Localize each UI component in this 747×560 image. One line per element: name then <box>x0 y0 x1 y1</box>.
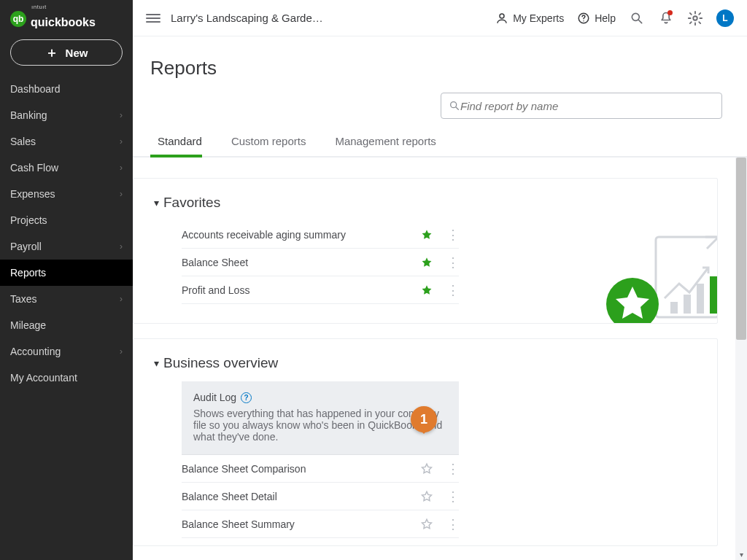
sidebar-item-label: Sales <box>10 136 36 147</box>
help-link[interactable]: Help <box>577 12 616 25</box>
topbar: Larry's Landscaping & Garde… My Experts … <box>133 0 747 36</box>
chevron-right-icon: › <box>120 110 123 120</box>
audit-log-title[interactable]: Audit Log <box>193 392 236 403</box>
logo: qb ıntuıt quickbooks <box>0 7 133 39</box>
favorite-star-icon[interactable] <box>420 284 433 297</box>
search-icon <box>449 100 460 112</box>
sidebar: qb ıntuıt quickbooks ＋ New DashboardBank… <box>0 0 133 560</box>
chevron-right-icon: › <box>120 136 123 147</box>
sidebar-item-label: Projects <box>10 214 47 226</box>
report-link[interactable]: Balance Sheet Comparison <box>182 463 420 475</box>
help-label: Help <box>595 12 616 24</box>
sidebar-item-payroll[interactable]: Payroll› <box>0 233 133 260</box>
favorites-card: ▾ Favorites Accounts receivable aging su… <box>133 178 718 324</box>
row-menu-icon[interactable]: ⋮ <box>446 288 459 292</box>
help-icon <box>577 12 590 25</box>
tab-custom-reports[interactable]: Custom reports <box>224 128 328 156</box>
sidebar-item-reports[interactable]: Reports <box>0 260 133 286</box>
report-link[interactable]: Balance Sheet Summary <box>182 518 420 530</box>
sidebar-item-sales[interactable]: Sales› <box>0 128 133 155</box>
business-overview-toggle[interactable]: ▾ Business overview <box>154 355 697 371</box>
sidebar-item-label: Expenses <box>10 188 55 200</box>
sidebar-nav: DashboardBanking›Sales›Cash Flow›Expense… <box>0 76 133 391</box>
my-experts-label: My Experts <box>513 12 564 24</box>
tab-management-reports[interactable]: Management reports <box>328 128 457 156</box>
svg-line-4 <box>639 20 642 23</box>
scrollbar-thumb[interactable] <box>736 158 746 340</box>
main: Larry's Landscaping & Garde… My Experts … <box>133 0 747 560</box>
audit-log-body: Shows everything that has happened in yo… <box>193 408 447 443</box>
chevron-right-icon: › <box>120 241 123 252</box>
new-button[interactable]: ＋ New <box>10 39 123 66</box>
report-search-input[interactable] <box>460 100 714 112</box>
report-link[interactable]: Accounts receivable aging summary <box>182 229 420 241</box>
chevron-right-icon: › <box>120 189 123 199</box>
sidebar-item-my-accountant[interactable]: My Accountant <box>0 365 133 391</box>
chevron-right-icon: › <box>120 163 123 173</box>
plus-icon: ＋ <box>45 44 58 61</box>
favorite-star-icon[interactable] <box>420 462 433 475</box>
settings-gear-icon[interactable] <box>687 10 703 26</box>
report-link[interactable]: Balance Sheet Detail <box>182 491 420 502</box>
logo-word: quickbooks <box>31 16 96 28</box>
report-row: Balance Sheet Summary⋮ <box>182 510 459 538</box>
sidebar-item-label: Dashboard <box>10 83 61 95</box>
sidebar-item-accounting[interactable]: Accounting› <box>0 338 133 365</box>
favorite-star-icon[interactable] <box>420 256 433 269</box>
scroll-down-icon[interactable]: ▾ <box>735 548 747 560</box>
report-row: Balance Sheet⋮ <box>182 249 459 276</box>
sidebar-item-mileage[interactable]: Mileage <box>0 312 133 338</box>
sidebar-item-label: Reports <box>10 267 46 279</box>
my-experts-link[interactable]: My Experts <box>495 12 564 25</box>
sidebar-item-dashboard[interactable]: Dashboard <box>0 76 133 102</box>
svg-rect-11 <box>697 284 704 314</box>
info-icon[interactable]: ? <box>241 392 252 403</box>
report-search[interactable] <box>441 93 722 119</box>
sidebar-item-banking[interactable]: Banking› <box>0 102 133 128</box>
business-overview-card: ▾ Business overview Audit Log ? Shows ev… <box>133 338 718 546</box>
sidebar-item-taxes[interactable]: Taxes› <box>0 286 133 312</box>
content: Reports StandardCustom reportsManagement… <box>133 36 747 560</box>
report-row: Balance Sheet Detail⋮ <box>182 483 459 510</box>
row-menu-icon[interactable]: ⋮ <box>446 494 459 499</box>
sidebar-item-label: Payroll <box>10 241 42 252</box>
report-row: Accounts receivable aging summary⋮ <box>182 221 459 249</box>
sidebar-item-expenses[interactable]: Expenses› <box>0 181 133 207</box>
scrollbar[interactable]: ▾ <box>735 158 747 560</box>
tabs: StandardCustom reportsManagement reports <box>133 128 747 158</box>
business-overview-list: Balance Sheet Comparison⋮Balance Sheet D… <box>182 455 459 538</box>
favorite-star-icon[interactable] <box>420 490 433 503</box>
svg-point-5 <box>693 16 697 20</box>
sidebar-item-cash-flow[interactable]: Cash Flow› <box>0 155 133 181</box>
avatar[interactable]: L <box>716 9 734 27</box>
sidebar-item-label: Mileage <box>10 319 46 331</box>
notification-dot <box>667 10 673 15</box>
new-button-label: New <box>66 47 88 59</box>
report-link[interactable]: Profit and Loss <box>182 284 420 296</box>
report-link[interactable]: Balance Sheet <box>182 257 420 268</box>
notifications-icon[interactable] <box>658 10 674 26</box>
row-menu-icon[interactable]: ⋮ <box>446 233 459 237</box>
chevron-down-icon: ▾ <box>154 357 159 369</box>
business-overview-heading: Business overview <box>163 355 278 371</box>
sidebar-item-projects[interactable]: Projects <box>0 207 133 233</box>
hamburger-icon[interactable] <box>146 14 160 23</box>
report-row: Profit and Loss⋮ <box>182 276 459 304</box>
svg-point-3 <box>632 13 639 20</box>
row-menu-icon[interactable]: ⋮ <box>446 260 459 265</box>
favorites-toggle[interactable]: ▾ Favorites <box>154 195 697 211</box>
chevron-down-icon: ▾ <box>154 197 159 209</box>
svg-rect-9 <box>670 302 678 314</box>
svg-point-2 <box>583 20 584 22</box>
svg-point-0 <box>500 14 504 18</box>
search-icon[interactable] <box>629 10 645 26</box>
svg-line-7 <box>456 107 458 109</box>
row-menu-icon[interactable]: ⋮ <box>446 467 459 471</box>
row-menu-icon[interactable]: ⋮ <box>446 522 459 526</box>
favorite-star-icon[interactable] <box>420 518 433 531</box>
favorite-star-icon[interactable] <box>420 228 433 241</box>
sidebar-item-label: Taxes <box>10 293 37 305</box>
company-name[interactable]: Larry's Landscaping & Garde… <box>171 12 485 24</box>
sidebar-item-label: My Accountant <box>10 372 77 384</box>
tab-standard[interactable]: Standard <box>150 128 224 156</box>
